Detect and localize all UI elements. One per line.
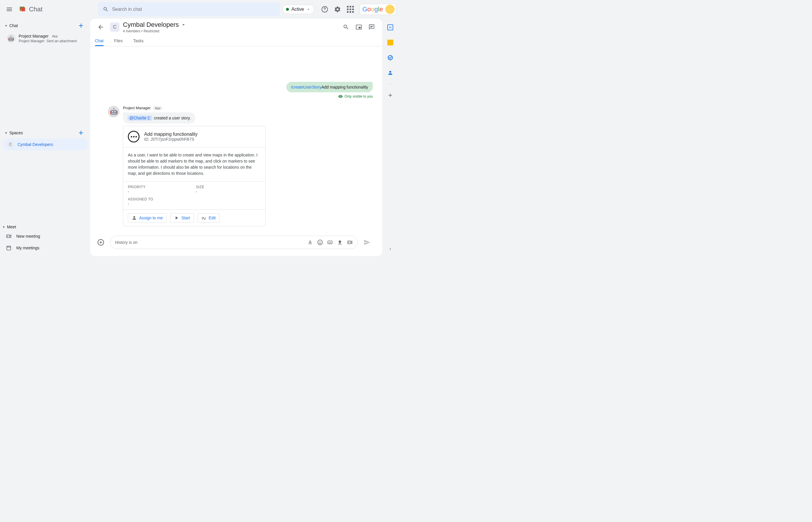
svg-point-3 [324,11,325,11]
start-button-label: Start [181,216,190,220]
keep-icon [387,40,393,45]
bot-message-header: Project Manager App [123,106,266,110]
chat-item-project-manager[interactable]: 🤖 Project Manager App Project Manager: S… [2,32,88,45]
visibility-text: Only visible to you [345,94,373,98]
status-dot-icon [286,8,289,11]
assign-to-me-button[interactable]: Assign to me [128,213,167,223]
edit-button-label: Edit [209,216,216,220]
gear-icon [334,6,341,13]
new-chat-button[interactable] [76,21,86,30]
gif-icon[interactable]: GIF [327,239,333,245]
bot-name: Project Manager [123,106,150,110]
search-in-space-button[interactable] [340,21,352,33]
story-icon [128,131,140,142]
message-composer: History is on GIF [90,231,382,256]
chevron-down-icon: ▼ [5,132,7,135]
self-message[interactable]: /createUserStoryAdd mapping functionalit… [286,82,373,92]
send-icon [364,239,370,246]
plus-circle-icon [97,239,104,246]
help-button[interactable] [319,3,330,15]
compose-add-button[interactable] [95,237,107,248]
space-meta: 4 members • Restricted [123,29,186,33]
space-item-cymbal-developers[interactable]: C Cymbal Developers [2,139,88,150]
keep-addon[interactable] [386,38,394,47]
person-icon [131,215,137,221]
pip-button[interactable] [353,21,365,33]
app-header: Chat Active Google [0,0,399,19]
collapse-panel-button[interactable]: › [389,246,391,252]
space-item-name: Cymbal Developers [18,142,53,147]
settings-button[interactable] [332,3,343,15]
bot-avatar: 🤖 [108,106,119,117]
chevron-down-icon [306,7,310,12]
format-icon[interactable] [307,239,313,245]
header-actions: Active Google [282,3,396,15]
chat-section-header[interactable]: ▼ Chat [2,20,88,32]
spaces-section-header[interactable]: ▼ Spaces [2,127,88,139]
video-icon[interactable] [347,239,353,245]
tab-tasks[interactable]: Tasks [133,36,144,46]
send-button[interactable] [361,237,373,248]
svg-point-9 [320,241,321,242]
spaces-section-label: Spaces [9,130,23,135]
account-button[interactable]: Google [360,4,396,15]
play-icon [174,215,179,221]
tasks-addon[interactable] [386,54,394,62]
bot-message[interactable]: @Charlie C created a user story. [123,113,196,123]
edit-icon [201,215,206,221]
new-meeting-button[interactable]: New meeting [0,230,90,242]
main-menu-button[interactable] [2,2,16,16]
space-avatar-icon: C [7,141,14,148]
edit-button[interactable]: Edit [198,213,220,223]
space-avatar: C [110,22,119,32]
size-label: SIZE [196,185,261,189]
story-id: ID: J5TI7jsnF2rppw0hFB7S [144,137,198,142]
search-icon [343,24,349,30]
compose-input[interactable]: History is on GIF [110,236,358,249]
space-title-row[interactable]: Cymbal Developers [123,21,186,28]
chat-section-label: Chat [9,23,18,28]
tab-chat[interactable]: Chat [95,36,104,46]
svg-rect-1 [20,7,25,12]
back-button[interactable] [95,21,107,33]
side-panel: 31 + › [382,19,399,256]
size-value: - [196,189,261,194]
google-logo: Google [362,5,383,13]
calendar-addon[interactable]: 31 [386,23,394,32]
svg-point-8 [319,241,320,242]
upload-icon[interactable] [337,239,343,245]
my-meetings-label: My meetings [16,245,39,250]
svg-rect-5 [7,246,11,250]
meet-section-label: Meet [7,225,16,229]
priority-field: PRIORITY - [128,185,192,194]
active-threads-button[interactable] [366,21,378,33]
message-list: /createUserStoryAdd mapping functionalit… [90,46,382,231]
arrow-left-icon [97,24,104,31]
compose-placeholder: History is on [115,240,138,245]
app-logo[interactable]: Chat [18,5,42,14]
priority-value: - [128,189,192,194]
new-space-button[interactable] [76,128,86,138]
search-icon [103,6,109,12]
search-box[interactable] [98,2,280,16]
bot-message-text: created a user story. [154,116,191,120]
space-title: Cymbal Developers [123,21,179,28]
meet-section-header[interactable]: ▼ Meet [0,223,90,230]
status-chip[interactable]: Active [282,5,314,14]
apps-button[interactable] [345,3,356,15]
start-button[interactable]: Start [170,213,194,223]
help-icon [321,6,328,13]
get-addons-button[interactable]: + [388,91,392,99]
user-mention[interactable]: @Charlie C [127,115,152,121]
search-input[interactable] [112,7,276,12]
chat-preview-action: Sent an attachment [46,39,77,43]
visibility-note: Only visible to you [338,94,373,99]
assigned-label: ASSIGNED TO [128,197,261,201]
chat-bubble-icon [368,24,375,30]
contacts-addon[interactable] [386,69,394,77]
tasks-icon [387,55,393,61]
tab-files[interactable]: Files [114,36,123,46]
emoji-icon[interactable] [317,239,323,245]
my-meetings-button[interactable]: My meetings [0,242,90,254]
space-tabs: Chat Files Tasks [95,36,378,46]
